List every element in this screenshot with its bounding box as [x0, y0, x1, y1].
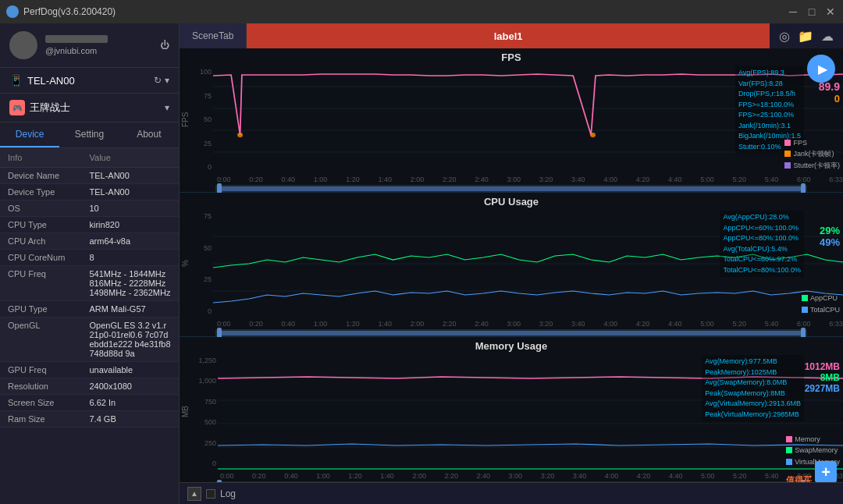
info-row: OpenGL OpenGL ES 3.2 v1.r21p0-01rel0.6 7… — [0, 318, 179, 362]
scene-active-tab: label1 — [247, 23, 770, 48]
info-label: CPU Freq — [8, 269, 90, 279]
info-value: 2400x1080 — [90, 382, 172, 391]
info-value: arm64-v8a — [90, 236, 172, 246]
close-button[interactable]: ✕ — [824, 5, 837, 18]
info-label: CPU Arch — [8, 236, 90, 246]
info-value: 10 — [90, 204, 172, 213]
info-label: OS — [8, 204, 90, 213]
memory-y-label: MB — [180, 353, 191, 470]
expand-button[interactable]: ▲ — [187, 487, 201, 501]
info-label: Device Name — [8, 171, 90, 180]
info-header: Info Value — [0, 148, 179, 168]
play-button[interactable]: ▶ — [807, 55, 835, 83]
user-email: @jvniubi.com — [45, 46, 152, 55]
info-value: TEL-AN00 — [90, 187, 172, 197]
fps-scrollbar[interactable] — [215, 185, 807, 193]
info-value: TEL-AN00 — [90, 171, 172, 180]
tab-about[interactable]: About — [119, 122, 179, 147]
device-selector[interactable]: 📱 TEL-AN00 ↻ ▾ — [0, 68, 179, 94]
user-info: @jvniubi.com — [45, 35, 152, 55]
scene-tab-label: SceneTab — [180, 23, 247, 48]
folder-icon[interactable]: 📁 — [798, 29, 813, 44]
fps-chart: FPS FPS 100 75 50 25 0 — [180, 48, 843, 193]
info-value: 541MHz - 1844MHz816MHz - 2228MHz1498MHz … — [90, 269, 172, 297]
fps-chart-title: FPS — [180, 48, 843, 65]
game-name: 王牌战士 — [30, 101, 160, 115]
info-value: 6.62 In — [90, 398, 172, 407]
maximize-button[interactable]: □ — [806, 5, 818, 18]
title-bar: PerfDog(v3.6.200420) ─ □ ✕ — [0, 0, 843, 23]
info-label: GPU Type — [8, 304, 90, 314]
cpu-y-label: % — [180, 209, 191, 318]
chevron-down-icon[interactable]: ▾ — [165, 75, 169, 86]
info-row: Resolution 2400x1080 — [0, 378, 179, 395]
user-section: @jvniubi.com ⏻ — [0, 23, 179, 68]
cpu-scrollbar[interactable] — [215, 329, 807, 337]
device-buttons: ↻ ▾ — [154, 75, 169, 86]
memory-plot-area: Avg(Memory):977.5MB PeakMemory):1025MB A… — [218, 353, 843, 470]
cpu-scrollbar-thumb[interactable] — [217, 331, 806, 335]
fps-scrollbar-thumb[interactable] — [217, 186, 806, 191]
info-label: Screen Size — [8, 398, 90, 407]
add-chart-button[interactable]: + — [815, 461, 837, 482]
avatar — [9, 31, 37, 59]
user-name-bar — [45, 35, 108, 43]
info-label: CPU Type — [8, 220, 90, 229]
memory-stats: Avg(Memory):977.5MB PeakMemory):1025MB A… — [702, 355, 804, 421]
info-label: OpenGL — [8, 321, 90, 330]
device-icon: 📱 — [9, 74, 23, 87]
info-label: GPU Freq — [8, 365, 90, 374]
power-icon[interactable]: ⏻ — [160, 40, 169, 51]
svg-point-4 — [237, 133, 243, 137]
cpu-x-axis: 0:000:200:401:001:201:402:002:202:403:00… — [180, 318, 843, 329]
fps-legend: FPS Jank(卡顿帧) Stutter(卡顿率) — [784, 137, 840, 171]
log-label: Log — [220, 488, 236, 499]
memory-chart-title: Memory Usage — [180, 337, 843, 353]
info-col-label: Info — [8, 153, 90, 162]
info-label: CPU CoreNum — [8, 253, 90, 262]
cloud-icon[interactable]: ☁ — [821, 29, 834, 44]
window-controls: ─ □ ✕ — [787, 5, 837, 18]
locate-icon[interactable]: ◎ — [779, 29, 790, 44]
charts-area: ▶ FPS FPS 100 75 50 25 0 — [180, 48, 843, 482]
refresh-icon[interactable]: ↻ — [154, 75, 162, 86]
bottom-bar-left: ▲ Log — [187, 487, 236, 501]
memory-scrollbar[interactable] — [215, 481, 807, 482]
info-row: CPU Freq 541MHz - 1844MHz816MHz - 2228MH… — [0, 266, 179, 301]
game-selector[interactable]: 🎮 王牌战士 ▾ — [0, 94, 179, 122]
fps-chart-body: FPS 100 75 50 25 0 — [180, 65, 843, 174]
info-row: CPU CoreNum 8 — [0, 250, 179, 266]
info-row: GPU Type ARM Mali-G57 — [0, 301, 179, 318]
svg-point-5 — [590, 133, 596, 137]
info-row: GPU Freq unavailable — [0, 362, 179, 378]
log-checkbox[interactable] — [206, 489, 215, 499]
info-label: Resolution — [8, 382, 90, 391]
cpu-stats: Avg(AppCPU):28.0% AppCPU<=60%:100.0% App… — [720, 211, 804, 277]
cpu-chart-title: CPU Usage — [180, 193, 843, 209]
memory-scroll-handle-left[interactable] — [217, 480, 222, 482]
sidebar-tabs: Device Setting About — [0, 122, 179, 148]
info-row: OS 10 — [0, 201, 179, 217]
watermark: 值得买 — [786, 474, 812, 482]
fps-plot-area: Avg(FPS):89.3 Var(FPS):8.28 Drop(FPS,r:1… — [213, 65, 843, 174]
device-info-table: Info Value Device Name TEL-AN00 Device T… — [0, 148, 179, 504]
cpu-chart-body: % 75 50 25 0 — [180, 209, 843, 318]
info-col-value: Value — [90, 153, 172, 162]
memory-value-badge: 1012MB 8MB 2927MB — [805, 361, 840, 394]
info-row: CPU Type kirin820 — [0, 217, 179, 233]
info-row: Screen Size 6.62 In — [0, 395, 179, 411]
scene-tab-actions: ◎ 📁 ☁ — [770, 29, 843, 44]
info-row: Device Name TEL-AN00 — [0, 168, 179, 184]
fps-value-badge: 89.9 0 — [819, 80, 840, 105]
minimize-button[interactable]: ─ — [787, 5, 799, 18]
cpu-value-badge: 29% 49% — [820, 225, 840, 248]
main-container: @jvniubi.com ⏻ 📱 TEL-AN00 ↻ ▾ 🎮 王牌战士 ▾ D… — [0, 23, 843, 504]
info-row: Device Type TEL-AN00 — [0, 184, 179, 201]
app-title: PerfDog(v3.6.200420) — [23, 6, 787, 17]
bottom-bar: ▲ Log — [180, 482, 843, 504]
tab-device[interactable]: Device — [0, 122, 59, 147]
cpu-legend: AppCPU TotalCPU — [802, 293, 840, 315]
info-row: CPU Arch arm64-v8a — [0, 233, 179, 250]
tab-setting[interactable]: Setting — [59, 122, 119, 147]
cpu-chart: CPU Usage % 75 50 25 0 — [180, 193, 843, 337]
